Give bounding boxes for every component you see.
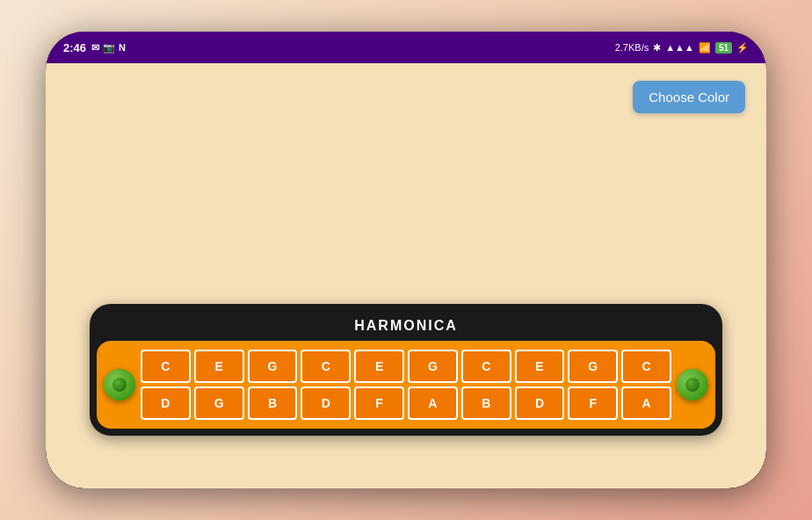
instagram-icon: 📷 — [103, 42, 115, 54]
notification-icon: N — [119, 42, 126, 53]
key-bottom-5[interactable]: A — [408, 386, 458, 420]
time-display: 2:46 — [63, 41, 86, 54]
key-top-0[interactable]: C — [141, 350, 191, 383]
key-bottom-4[interactable]: F — [354, 386, 404, 420]
status-right: 2.7KB/s ✱ ▲▲▲ 📶 51 ⚡ — [615, 42, 749, 54]
mail-icon: ✉ — [91, 42, 99, 54]
network-speed: 2.7KB/s — [615, 42, 649, 53]
bluetooth-icon: ✱ — [653, 42, 661, 54]
key-top-1[interactable]: E — [194, 350, 244, 383]
battery-icon: 51 — [715, 42, 732, 54]
choose-color-button[interactable]: Choose Color — [633, 81, 745, 113]
wifi-icon: 📶 — [699, 42, 711, 54]
keys-grid: CEGCEGCEGCDGBDFABDFA — [141, 350, 671, 420]
key-bottom-6[interactable]: B — [461, 386, 511, 420]
key-top-2[interactable]: G — [248, 350, 298, 383]
status-left: 2:46 ✉ 📷 N — [63, 41, 126, 54]
key-bottom-3[interactable]: D — [301, 386, 351, 420]
left-knob-inner — [112, 378, 127, 392]
key-top-6[interactable]: C — [461, 350, 511, 383]
key-top-7[interactable]: E — [515, 350, 565, 383]
key-bottom-2[interactable]: B — [248, 386, 298, 420]
key-bottom-7[interactable]: D — [515, 386, 565, 420]
harmonica-outer: HARMONICA CEGCEGCEGCDGBDFABDFA — [90, 304, 722, 436]
phone-device: 2:46 ✉ 📷 N 2.7KB/s ✱ ▲▲▲ 📶 51 ⚡ Choose C… — [46, 32, 766, 488]
key-bottom-9[interactable]: A — [621, 386, 671, 420]
key-top-3[interactable]: C — [301, 350, 351, 383]
key-top-8[interactable]: G — [568, 350, 618, 383]
left-knob — [104, 369, 135, 401]
harmonica-body: CEGCEGCEGCDGBDFABDFA — [97, 341, 715, 429]
right-knob — [677, 369, 708, 401]
key-bottom-0[interactable]: D — [141, 386, 191, 420]
key-bottom-8[interactable]: F — [568, 386, 618, 420]
key-top-4[interactable]: E — [354, 350, 404, 383]
key-bottom-1[interactable]: G — [194, 386, 244, 420]
key-top-9[interactable]: C — [621, 350, 671, 383]
status-bar: 2:46 ✉ 📷 N 2.7KB/s ✱ ▲▲▲ 📶 51 ⚡ — [46, 32, 766, 63]
charging-icon: ⚡ — [736, 42, 749, 54]
harmonica-container: HARMONICA CEGCEGCEGCDGBDFABDFA — [90, 304, 722, 436]
harmonica-title: HARMONICA — [97, 311, 715, 341]
screen-content: Choose Color HARMONICA CEGCEGCEGCDGBDFAB… — [46, 63, 766, 488]
key-top-5[interactable]: G — [408, 350, 458, 383]
right-knob-inner — [685, 378, 700, 392]
notification-icons: ✉ 📷 N — [91, 42, 126, 54]
signal-icon: ▲▲▲ — [665, 42, 694, 53]
